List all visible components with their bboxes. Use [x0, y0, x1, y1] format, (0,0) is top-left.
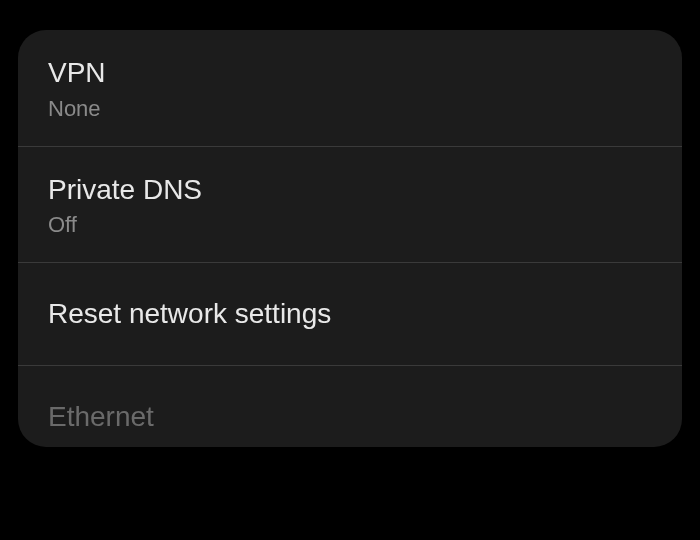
reset-network-setting[interactable]: Reset network settings: [18, 263, 682, 366]
vpn-title: VPN: [48, 56, 652, 90]
reset-network-title: Reset network settings: [48, 297, 652, 331]
private-dns-setting[interactable]: Private DNS Off: [18, 147, 682, 264]
ethernet-title: Ethernet: [48, 400, 652, 434]
vpn-setting[interactable]: VPN None: [18, 30, 682, 147]
settings-card: VPN None Private DNS Off Reset network s…: [18, 30, 682, 447]
ethernet-setting: Ethernet: [18, 366, 682, 448]
vpn-subtitle: None: [48, 96, 652, 122]
private-dns-title: Private DNS: [48, 173, 652, 207]
private-dns-subtitle: Off: [48, 212, 652, 238]
